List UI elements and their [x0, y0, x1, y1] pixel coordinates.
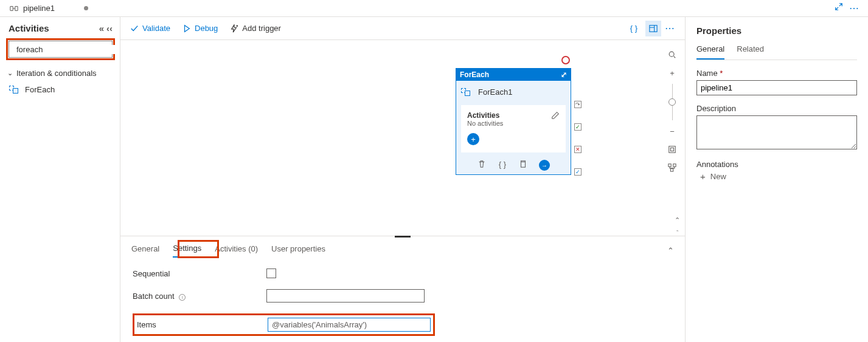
prop-tab-related[interactable]: Related [737, 44, 764, 60]
debug-button[interactable]: Debug [182, 24, 218, 33]
fit-screen-button[interactable] [664, 141, 681, 158]
canvas-collapse-icon[interactable]: ⌃ ˲ [675, 216, 680, 232]
sequential-checkbox[interactable] [266, 268, 276, 278]
trigger-icon [230, 24, 238, 33]
highlight-items-row: Items [133, 313, 435, 336]
tab-settings[interactable]: Settings [173, 244, 201, 258]
open-node-button[interactable]: → [539, 160, 550, 171]
prop-tab-general[interactable]: General [696, 44, 724, 60]
items-input[interactable] [268, 318, 431, 332]
activities-search[interactable] [9, 41, 113, 58]
description-label: Description [696, 104, 857, 113]
pipeline-tab-label: pipeline1 [23, 4, 55, 13]
search-input[interactable] [16, 45, 119, 54]
pipeline-icon [10, 4, 18, 13]
zoom-in-button[interactable]: + [664, 64, 681, 81]
foreach-activity-node[interactable]: ForEach ⤢ ForEach1 Activities No activit… [456, 68, 571, 175]
foreach-icon [461, 87, 472, 97]
zoom-search-button[interactable] [664, 46, 681, 63]
more-icon[interactable]: ⋯ [849, 2, 859, 14]
highlight-search [6, 38, 115, 60]
title-bar: pipeline1 ⋯ [0, 0, 868, 17]
code-view-button[interactable]: { } [626, 21, 642, 36]
layout-button[interactable] [664, 159, 681, 176]
alert-indicator-icon [561, 56, 570, 64]
group-iteration[interactable]: ⌄ Iteration & conditionals [6, 66, 115, 80]
add-annotation-button[interactable]: + New [696, 171, 857, 182]
svg-rect-6 [669, 146, 676, 153]
sidebar-heading: Activities [9, 23, 49, 33]
items-label: Items [137, 320, 268, 329]
pipeline-name-input[interactable] [696, 80, 857, 95]
validate-button[interactable]: Validate [130, 24, 170, 33]
sequential-label: Sequential [133, 269, 266, 278]
more-toolbar-icon[interactable]: ⋯ [665, 22, 675, 34]
activities-sidebar: Activities « ‹‹ ⌄ Iteration & conditiona… [0, 17, 120, 342]
panel-icon [649, 24, 658, 33]
collapse-panel-icon[interactable]: ⌃ [667, 246, 674, 255]
plus-icon: + [700, 171, 706, 182]
foreach-icon [9, 84, 20, 94]
pipeline-tab[interactable]: pipeline1 [4, 4, 94, 13]
svg-rect-8 [668, 164, 671, 166]
svg-rect-10 [670, 169, 673, 171]
tab-userprops[interactable]: User properties [271, 244, 325, 257]
description-textarea[interactable] [696, 115, 857, 149]
svg-rect-0 [10, 6, 13, 10]
on-success-icon[interactable]: ✓ [574, 123, 582, 131]
svg-rect-7 [670, 148, 673, 151]
node-activities-label: Activities [467, 111, 503, 120]
pipeline-canvas[interactable]: ForEach ⤢ ForEach1 Activities No activit… [120, 40, 685, 236]
dirty-indicator-icon [84, 6, 88, 10]
add-activity-button[interactable]: + [467, 133, 479, 145]
on-fail-icon[interactable]: ✕ [574, 146, 582, 153]
svg-rect-3 [650, 25, 657, 32]
svg-rect-1 [15, 6, 18, 10]
svg-rect-9 [673, 164, 676, 166]
on-complete-icon[interactable]: ✓ [574, 168, 582, 176]
layout-icon [668, 163, 676, 172]
chevron-down-icon: ⌄ [7, 69, 13, 77]
tab-general[interactable]: General [131, 244, 159, 257]
delete-icon[interactable] [477, 160, 487, 171]
fit-icon [668, 145, 676, 154]
name-label: Name * [696, 69, 857, 78]
batchcount-input[interactable] [266, 289, 425, 303]
node-no-activities: No activities [467, 120, 503, 127]
expand-window-icon[interactable] [835, 2, 843, 11]
batchcount-label: Batch count i [133, 292, 266, 301]
expand-all-icon[interactable]: « [99, 23, 104, 33]
activity-foreach[interactable]: ForEach [6, 80, 115, 98]
search-icon [668, 50, 676, 59]
properties-title: Properties [696, 26, 857, 36]
properties-pane-button[interactable] [645, 21, 661, 36]
node-connectors: ↷ ✓ ✕ ✓ [574, 101, 582, 176]
code-icon[interactable]: { } [498, 160, 507, 171]
play-icon [182, 24, 191, 33]
node-name: ForEach1 [478, 87, 512, 97]
tab-activities[interactable]: Activities (0) [215, 244, 258, 257]
svg-rect-4 [521, 162, 526, 168]
copy-icon[interactable] [518, 160, 528, 171]
info-icon[interactable]: i [179, 294, 186, 301]
zoom-slider[interactable] [672, 84, 673, 120]
annotations-label: Annotations [696, 160, 857, 169]
on-skip-icon[interactable]: ↷ [574, 101, 582, 108]
zoom-out-button[interactable]: − [664, 123, 681, 140]
canvas-toolbar: Validate Debug Add trigger { } [120, 17, 685, 40]
add-trigger-button[interactable]: Add trigger [230, 24, 281, 33]
edit-icon[interactable] [551, 111, 560, 120]
minimize-icon[interactable]: ⤢ [561, 70, 567, 79]
check-icon [130, 24, 139, 33]
svg-point-5 [669, 52, 674, 56]
collapse-sidebar-icon[interactable]: ‹‹ [106, 23, 113, 33]
canvas-zoom-rail: + − [663, 46, 681, 176]
properties-panel: Properties General Related Name * Descri… [686, 17, 868, 342]
activity-settings-panel: General Settings Activities (0) User pro… [120, 236, 685, 342]
node-type-label: ForEach [460, 70, 489, 79]
